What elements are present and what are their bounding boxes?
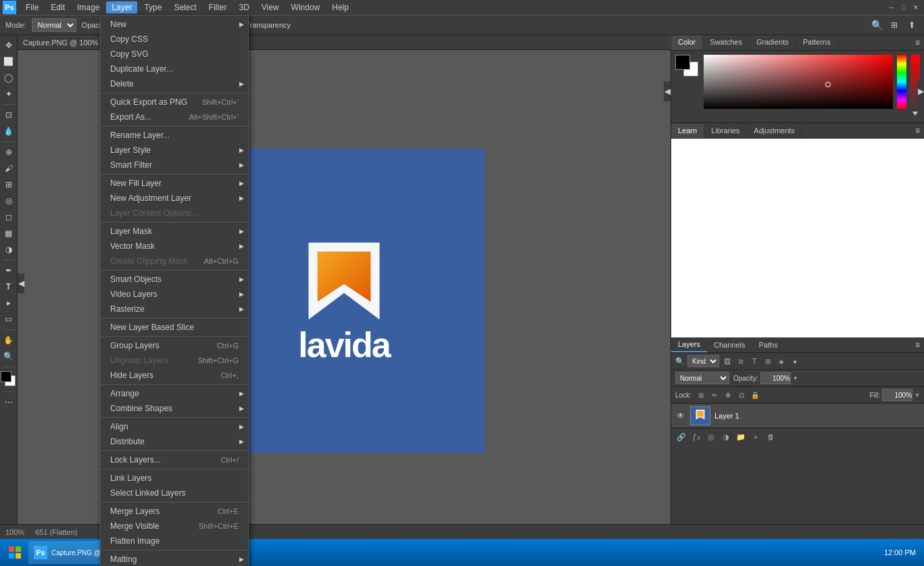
link-layers-icon[interactable]: 🔗 xyxy=(675,431,687,443)
blend-mode-select[interactable]: Normal xyxy=(675,372,729,384)
menu-view[interactable]: View xyxy=(256,1,285,14)
dodge-tool[interactable]: ◑ xyxy=(1,242,16,257)
tab-swatches[interactable]: Swatches xyxy=(703,35,750,50)
lock-artboard-icon[interactable]: ⊡ xyxy=(736,390,747,400)
menu-edit[interactable]: Edit xyxy=(45,1,70,14)
menu-smart-filter[interactable]: Smart Filter ▶ xyxy=(101,158,248,172)
brush-tool[interactable]: 🖌 xyxy=(1,161,16,176)
menu-filter[interactable]: Filter xyxy=(203,1,233,14)
layer-visibility-eye[interactable]: 👁 xyxy=(675,410,686,421)
layer-row-0[interactable]: 👁 Layer 1 xyxy=(671,404,924,428)
fill-arrow[interactable]: ▼ xyxy=(915,392,920,398)
tab-gradients[interactable]: Gradients xyxy=(750,35,796,50)
left-panel-expand[interactable]: ◀ xyxy=(18,273,24,293)
tab-paths[interactable]: Paths xyxy=(752,338,785,352)
filter-more-icon[interactable]: ● xyxy=(789,356,800,367)
lock-all-icon[interactable]: 🔒 xyxy=(750,390,760,400)
maximize-button[interactable]: □ xyxy=(898,2,909,13)
tab-color[interactable]: Color xyxy=(671,35,703,50)
gradient-tool[interactable]: ▦ xyxy=(1,226,16,241)
menu-rasterize[interactable]: Rasterize ▶ xyxy=(101,302,248,316)
foreground-color[interactable] xyxy=(1,371,11,382)
menu-lock-layers[interactable]: Lock Layers... Ctrl+/ xyxy=(101,452,248,467)
crop-tool[interactable]: ⊡ xyxy=(1,108,16,122)
lasso-tool[interactable]: ◯ xyxy=(1,70,16,85)
menu-select[interactable]: Select xyxy=(168,1,201,14)
tab-learn[interactable]: Learn xyxy=(671,124,704,138)
delete-layer-icon[interactable]: 🗑 xyxy=(764,431,777,443)
eraser-tool[interactable]: ◻ xyxy=(1,210,16,225)
eyedropper-tool[interactable]: 💧 xyxy=(1,124,16,139)
color-gradient-field[interactable] xyxy=(704,55,893,109)
menu-file[interactable]: File xyxy=(20,1,44,14)
layers-panel-menu-icon[interactable]: ≡ xyxy=(911,337,924,352)
menu-window[interactable]: Window xyxy=(286,1,326,14)
menu-hide-layers[interactable]: Hide Layers Ctrl+, xyxy=(101,368,248,383)
menu-help[interactable]: Help xyxy=(326,1,354,14)
menu-new-fill-layer[interactable]: New Fill Layer ▶ xyxy=(101,176,248,191)
menu-copy-css[interactable]: Copy CSS xyxy=(101,32,248,47)
shape-tool[interactable]: ▭ xyxy=(1,312,16,327)
learn-panel-menu-icon[interactable]: ≡ xyxy=(911,123,924,138)
menu-type[interactable]: Type xyxy=(139,1,167,14)
lock-position-icon[interactable]: ✥ xyxy=(723,390,733,400)
menu-3d[interactable]: 3D xyxy=(233,1,254,14)
path-select-tool[interactable]: ▸ xyxy=(1,296,16,310)
lock-paint-icon[interactable]: ✏ xyxy=(709,390,720,400)
minimize-button[interactable]: ─ xyxy=(886,2,897,13)
pen-tool[interactable]: ✒ xyxy=(1,263,16,278)
tab-channels[interactable]: Channels xyxy=(707,338,752,352)
menu-combine-shapes[interactable]: Combine Shapes ▶ xyxy=(101,401,248,416)
menu-copy-svg[interactable]: Copy SVG xyxy=(101,47,248,62)
menu-new[interactable]: New ▶ xyxy=(101,17,248,32)
magic-wand-tool[interactable]: ✦ xyxy=(1,87,16,101)
menu-new-adjustment-layer[interactable]: New Adjustment Layer ▶ xyxy=(101,191,248,206)
menu-link-layers[interactable]: Link Layers xyxy=(101,471,248,486)
healing-tool[interactable]: ⊕ xyxy=(1,145,16,160)
type-tool[interactable]: T xyxy=(1,279,16,294)
menu-duplicate-layer[interactable]: Duplicate Layer... xyxy=(101,62,248,76)
clone-tool[interactable]: ⊞ xyxy=(1,177,16,192)
menu-group-layers[interactable]: Group Layers Ctrl+G xyxy=(101,338,248,353)
menu-quick-export[interactable]: Quick Export as PNG Shift+Ctrl+' xyxy=(101,95,248,110)
filter-smart-object-icon[interactable]: ◈ xyxy=(776,356,787,367)
menu-arrange[interactable]: Arrange ▶ xyxy=(101,386,248,401)
new-group-icon[interactable]: 📁 xyxy=(735,431,747,443)
zoom-tool[interactable]: 🔍 xyxy=(1,349,16,364)
menu-layer-mask[interactable]: Layer Mask ▶ xyxy=(101,224,248,239)
new-adjustment-icon[interactable]: ◑ xyxy=(720,431,732,443)
mode-select[interactable]: Normal xyxy=(32,18,76,32)
panel-collapse-left[interactable]: ◀ xyxy=(664,81,671,101)
filter-kind-select[interactable]: Kind xyxy=(687,355,719,367)
share-icon[interactable]: ⬆ xyxy=(905,18,919,32)
panels-icon[interactable]: ⊞ xyxy=(887,18,901,32)
filter-type-icon[interactable]: T xyxy=(749,356,760,367)
menu-smart-objects[interactable]: Smart Objects ▶ xyxy=(101,272,248,287)
menu-layer[interactable]: Layer xyxy=(106,1,137,14)
select-rect-tool[interactable]: ⬜ xyxy=(1,54,16,69)
menu-matting[interactable]: Matting ▶ xyxy=(101,552,248,566)
lock-transparent-icon[interactable]: ⊞ xyxy=(696,390,706,400)
menu-merge-visible[interactable]: Merge Visible Shift+Ctrl+E xyxy=(101,519,248,534)
tab-patterns[interactable]: Patterns xyxy=(796,35,838,50)
opacity-arrow[interactable]: ▼ xyxy=(793,375,798,381)
menu-merge-layers[interactable]: Merge Layers Ctrl+E xyxy=(101,504,248,519)
add-mask-icon[interactable]: ◎ xyxy=(705,431,717,443)
filter-shape-icon[interactable]: ⊞ xyxy=(762,356,773,367)
panel-collapse-right[interactable]: ▶ xyxy=(917,81,924,101)
start-button[interactable] xyxy=(3,540,27,565)
more-tools[interactable]: ⋯ xyxy=(1,395,16,410)
hand-tool[interactable]: ✋ xyxy=(1,333,16,348)
color-spectrum[interactable] xyxy=(897,55,906,109)
menu-new-layer-based-slice[interactable]: New Layer Based Slice xyxy=(101,320,248,335)
tab-layers[interactable]: Layers xyxy=(671,337,707,352)
move-tool[interactable]: ✥ xyxy=(1,38,16,53)
close-button[interactable]: ✕ xyxy=(910,2,921,13)
menu-export-as[interactable]: Export As... Alt+Shift+Ctrl+' xyxy=(101,110,248,124)
menu-align[interactable]: Align ▶ xyxy=(101,419,248,434)
search-icon[interactable]: 🔍 xyxy=(870,18,883,32)
color-panel-menu-icon[interactable]: ≡ xyxy=(911,35,924,50)
menu-distribute[interactable]: Distribute ▶ xyxy=(101,434,248,449)
menu-image[interactable]: Image xyxy=(72,1,105,14)
filter-adjustment-icon[interactable]: ⊘ xyxy=(735,356,746,367)
